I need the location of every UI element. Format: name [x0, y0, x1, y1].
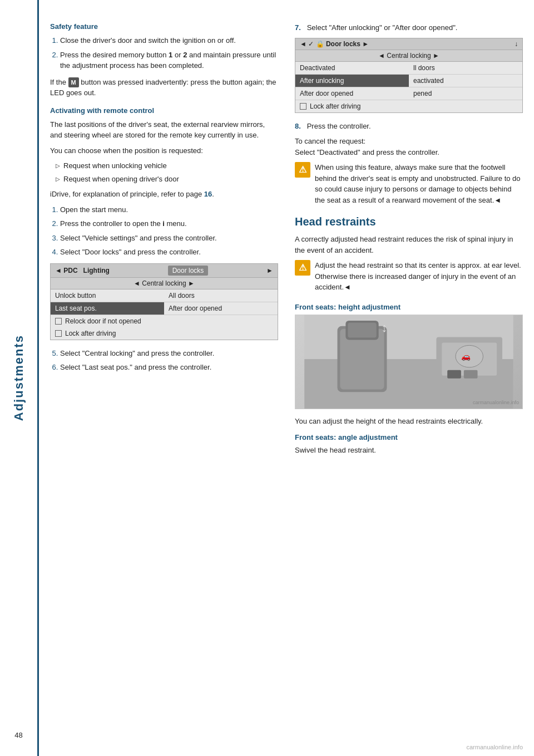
head-restraints-heading: Head restraints: [295, 215, 523, 228]
warning-box: ⚠ When using this feature, always make s…: [295, 162, 523, 210]
left-column: Safety feature Close the driver's door a…: [50, 22, 278, 734]
footer-watermark: carmanualonline.info: [466, 744, 523, 750]
menu-checkbox-row: Lock after driving: [295, 100, 522, 112]
menu-row: Unlock button All doors: [51, 289, 278, 302]
menu-cell: All doors: [164, 289, 278, 302]
front-height-text: You can adjust the height of the head re…: [295, 416, 523, 427]
menu-header-2: ◄ ✓ 🔒 Door locks ► ↓: [295, 38, 522, 50]
menu-header-active: Door locks: [168, 266, 209, 276]
front-height-title: Front seats: height adjustment: [295, 303, 523, 311]
list-item: Select "Central locking" and press the c…: [60, 348, 278, 359]
right-column: 7. Select "After unlocking" or "After do…: [295, 22, 523, 734]
front-angle-title: Front seats: angle adjustment: [295, 433, 523, 441]
activating-steps-continued: Select "Central locking" and press the c…: [50, 348, 278, 373]
svg-text:↕: ↕: [382, 320, 388, 334]
image-watermark: carmanualonline.info: [473, 400, 519, 405]
main-content: Safety feature Close the driver's door a…: [39, 0, 534, 756]
activating-remote-title: Activating with remote control: [50, 106, 278, 115]
svg-rect-5: [348, 322, 376, 337]
safety-feature-title: Safety feature: [50, 22, 278, 31]
menu-cell-highlighted: Last seat pos.: [51, 302, 164, 315]
checkbox-label: Lock after driving: [310, 102, 360, 110]
list-item: Close the driver's door and switch the i…: [60, 35, 278, 46]
svg-rect-10: [464, 370, 478, 378]
warning-box-2: ⚠ Adjust the head restraint so that its …: [295, 260, 523, 297]
menu-row: After unlocking eactivated: [295, 75, 522, 87]
sidebar-label: Adjustments: [12, 335, 26, 421]
bullet-text: Request when unlocking vehicle: [63, 160, 167, 171]
menu-cell: Deactivated: [295, 62, 409, 74]
list-item: Request when opening driver's door: [56, 174, 278, 185]
step-text: Press the controller.: [303, 122, 370, 130]
step-number: 7.: [295, 23, 301, 32]
list-item: Select "Last seat pos." and press the co…: [60, 362, 278, 373]
list-item: Select "Vehicle settings" and press the …: [60, 233, 278, 244]
warning-icon-2: ⚠: [295, 260, 310, 276]
menu-header-left: ◄ PDC Lighting: [55, 267, 110, 274]
safety-feature-steps: Close the driver's door and switch the i…: [50, 35, 278, 71]
checkbox-label: Relock door if not opened: [65, 317, 141, 325]
front-angle-text: Swivel the head restraint.: [295, 445, 523, 456]
menu-box-2: ◄ ✓ 🔒 Door locks ► ↓ ◄ Central locking ►…: [295, 38, 523, 113]
activating-steps: Open the start menu. Press the controlle…: [50, 204, 278, 258]
activating-intro: The last positions of the driver's seat,…: [50, 119, 278, 141]
step-text: Select "After unlocking" or "After door …: [303, 23, 457, 32]
checkbox-icon: [55, 330, 62, 337]
menu-header-right: ►: [266, 267, 273, 274]
warning-icon: ⚠: [295, 162, 310, 178]
menu-box-1: ◄ PDC Lighting Door locks ► ◄ Central lo…: [50, 263, 278, 340]
head-restraints-intro: A correctly adjusted head restraint redu…: [295, 234, 523, 256]
list-item: Press the controller to open the i menu.: [60, 218, 278, 229]
warning-text: When using this feature, always make sur…: [315, 162, 523, 205]
menu-subheader-2: ◄ Central locking ►: [295, 50, 522, 62]
menu-checkbox-row: Lock after driving: [51, 327, 278, 340]
car-svg: ↕ 🚗: [295, 315, 522, 409]
menu-cell: pened: [409, 87, 522, 100]
menu-row: After door opened pened: [295, 87, 522, 100]
menu-cell: ll doors: [409, 62, 522, 74]
checkbox-label: Lock after driving: [65, 330, 116, 337]
list-item: Request when unlocking vehicle: [56, 160, 278, 171]
menu-cell: Unlock button: [51, 289, 164, 302]
svg-text:🚗: 🚗: [461, 352, 471, 361]
choose-text: You can choose when the position is requ…: [50, 145, 278, 156]
car-image: ↕ 🚗 carmanualonline.info: [295, 315, 523, 409]
menu-header-1: ◄ PDC Lighting Door locks ►: [51, 264, 278, 278]
page-number: 48: [14, 731, 22, 739]
step8: 8. Press the controller.: [295, 121, 523, 132]
menu-cell: After door opened: [295, 87, 409, 100]
warning-text-2: Adjust the head restraint so that its ce…: [315, 260, 523, 293]
list-item: Open the start menu.: [60, 204, 278, 215]
menu-subheader-1: ◄ Central locking ►: [51, 278, 278, 289]
menu-cell: eactivated: [409, 75, 522, 87]
bullet-text: Request when opening driver's door: [63, 174, 179, 185]
page-link[interactable]: 16: [204, 190, 212, 198]
menu-header-icons: ◄ ✓ 🔒 Door locks ►: [300, 40, 369, 48]
svg-rect-9: [447, 370, 461, 378]
menu-row: Deactivated ll doors: [295, 62, 522, 75]
list-item: Press the desired memory button 1 or 2 a…: [60, 50, 278, 71]
bullet-list: Request when unlocking vehicle Request w…: [50, 160, 278, 184]
step-text: Close the driver's door and switch the i…: [60, 36, 236, 45]
sidebar: Adjustments 48: [0, 0, 39, 756]
list-item: Select "Door locks" and press the contro…: [60, 247, 278, 258]
checkbox-icon: [300, 103, 306, 110]
cancel-text: To cancel the request:Select "Deactivate…: [295, 136, 523, 158]
menu-row: Last seat pos. After door opened: [51, 302, 278, 315]
step-text: Press the desired memory button 1 or 2 a…: [60, 51, 276, 70]
idrive-ref: iDrive, for explanation of principle, re…: [50, 189, 278, 200]
page-container: Adjustments 48 Safety feature Close the …: [0, 0, 534, 756]
menu-icon: ↓: [515, 40, 518, 48]
menu-checkbox-row: Relock door if not opened: [51, 315, 278, 327]
step-number: 8.: [295, 122, 301, 130]
safety-feature-note: If the M button was pressed inadvertentl…: [50, 77, 278, 99]
step7: 7. Select "After unlocking" or "After do…: [295, 22, 523, 33]
menu-cell: After door opened: [164, 302, 278, 315]
checkbox-icon: [55, 318, 62, 325]
menu-cell-highlighted: After unlocking: [295, 75, 409, 87]
